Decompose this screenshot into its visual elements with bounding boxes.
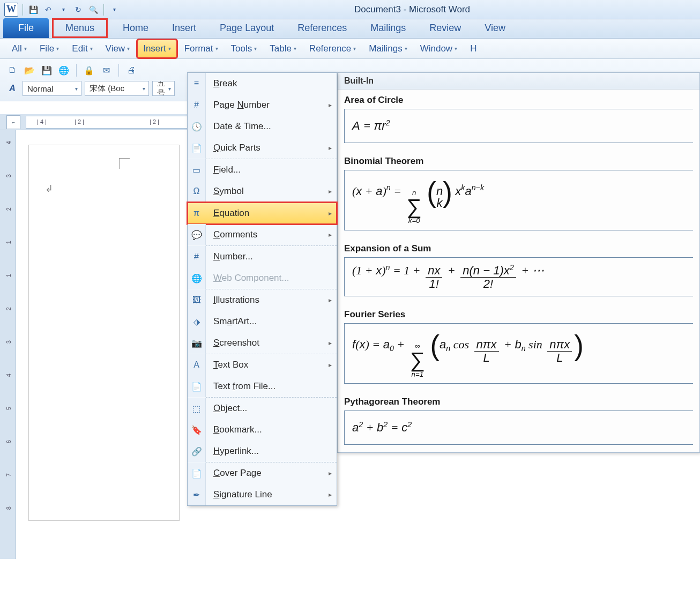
tab-references[interactable]: References <box>286 18 359 38</box>
menu-item-bookmark[interactable]: 🔖Bookmark... <box>188 419 337 441</box>
vruler-mark: 1 <box>5 274 12 277</box>
signature-line-icon: ✒ <box>188 484 206 505</box>
menu-window[interactable]: Window▾ <box>415 40 463 57</box>
equation-gallery-item[interactable]: Binomial Theorem(x + a)n = n∑k=0 (nk) xk… <box>338 151 699 238</box>
menu-table[interactable]: Table▾ <box>264 40 302 57</box>
submenu-arrow-icon: ▸ <box>324 296 337 304</box>
open-icon[interactable]: 📂 <box>23 63 36 77</box>
equation-title: Pythagorean Theorem <box>344 394 693 411</box>
vruler-mark: 8 <box>5 506 12 510</box>
menu-insert[interactable]: Insert▾ <box>137 40 177 58</box>
equation-icon: π <box>188 203 206 224</box>
print-icon[interactable]: 🖨 <box>124 63 138 77</box>
menu-help-cutoff[interactable]: H <box>465 40 482 57</box>
equation-preview-box: a2 + b2 = c2 <box>344 411 693 445</box>
menu-item-label: Cover Page <box>206 468 324 479</box>
equation-formula: f(x) = a0 + ∞∑n=1 (an cos nπxL + bn sin … <box>352 329 584 378</box>
menu-item-symbol[interactable]: ΩSymbol▸ <box>188 181 337 202</box>
menu-item-label: Signature Line <box>206 489 324 500</box>
tab-page-layout[interactable]: Page Layout <box>208 18 286 38</box>
text-from-file-icon: 📄 <box>188 376 206 397</box>
customize-qat-icon[interactable]: ▾ <box>108 4 120 16</box>
menu-view[interactable]: View▾ <box>100 40 136 57</box>
tab-review[interactable]: Review <box>418 18 473 38</box>
menu-item-field[interactable]: ▭Field... <box>188 159 337 181</box>
menu-item-equation[interactable]: πEquation▸ <box>188 203 337 224</box>
menu-item-smartart[interactable]: ⬗SmartArt... <box>188 311 337 332</box>
menu-item-page-number[interactable]: #Page Number▸ <box>188 94 337 116</box>
tab-view[interactable]: View <box>473 18 517 38</box>
permission-icon[interactable]: 🔒 <box>82 63 96 77</box>
submenu-arrow-icon: ▸ <box>324 144 337 152</box>
vertical-ruler[interactable]: 432112345678 <box>0 130 16 559</box>
menu-format[interactable]: Format▾ <box>179 40 224 57</box>
save-icon[interactable]: 💾 <box>27 4 39 16</box>
menu-item-text-box[interactable]: AText Box▸ <box>188 354 337 376</box>
font-color-icon[interactable]: A <box>5 81 19 95</box>
vruler-mark: 2 <box>5 207 12 211</box>
submenu-arrow-icon: ▸ <box>324 491 337 498</box>
equation-title: Expansion of a Sum <box>344 241 693 257</box>
font-select[interactable]: 宋体 (Boc <box>85 81 149 96</box>
menu-item-date-time[interactable]: 🕓Date & Time... <box>188 116 337 137</box>
font-size-select[interactable]: 五号 <box>152 81 175 96</box>
undo-dropdown-icon[interactable]: ▾ <box>57 4 69 16</box>
menu-item-label: Quick Parts <box>206 143 324 153</box>
bookmark-icon: 🔖 <box>188 419 206 441</box>
menu-item-illustrations[interactable]: 🖼Illustrations▸ <box>188 289 337 311</box>
paragraph-mark-icon: ↲ <box>45 183 53 195</box>
menu-item-number[interactable]: #Number... <box>188 246 337 267</box>
submenu-arrow-icon: ▸ <box>324 361 337 369</box>
menu-edit[interactable]: Edit▾ <box>66 40 98 57</box>
menu-item-label: Symbol <box>206 186 324 197</box>
equation-gallery-item[interactable]: Expansion of a Sum(1 + x)n = 1 + nx1! + … <box>338 238 699 304</box>
save-as-web-icon[interactable]: 🌐 <box>57 63 71 77</box>
menu-item-cover-page[interactable]: 📄Cover Page▸ <box>188 462 337 484</box>
menu-item-label: Comments <box>206 229 324 240</box>
submenu-arrow-icon: ▸ <box>324 210 337 217</box>
menu-item-quick-parts[interactable]: 📄Quick Parts▸ <box>188 137 337 159</box>
tab-menus[interactable]: Menus <box>52 18 108 38</box>
quick-parts-icon: 📄 <box>188 137 206 159</box>
menu-item-label: Hyperlink... <box>206 446 337 457</box>
tab-insert[interactable]: Insert <box>160 18 208 38</box>
new-icon[interactable]: 🗋 <box>5 63 19 77</box>
menu-item-signature-line[interactable]: ✒Signature Line▸ <box>188 484 337 505</box>
menu-item-label: Number... <box>206 251 337 262</box>
submenu-arrow-icon: ▸ <box>324 188 337 195</box>
menu-item-label: SmartArt... <box>206 316 337 327</box>
undo-icon[interactable]: ↶ <box>42 4 54 16</box>
tab-file[interactable]: File <box>3 18 49 38</box>
tab-selector-icon[interactable]: ⌐ <box>6 115 20 129</box>
equation-gallery-item[interactable]: Pythagorean Theorema2 + b2 = c2 <box>338 391 699 452</box>
insert-dropdown-menu: ≡Break#Page Number▸🕓Date & Time...📄Quick… <box>187 72 337 506</box>
menu-item-hyperlink[interactable]: 🔗Hyperlink... <box>188 441 337 462</box>
menu-item-label: Web Component... <box>206 273 337 283</box>
style-select[interactable]: Normal <box>23 81 81 96</box>
vruler-mark: 2 <box>5 307 12 310</box>
email-icon[interactable]: ✉ <box>99 63 113 77</box>
break-icon: ≡ <box>188 73 206 94</box>
menu-item-object[interactable]: ⬚Object... <box>188 398 337 419</box>
number-icon: # <box>188 246 206 267</box>
redo-icon[interactable]: ↻ <box>72 4 84 16</box>
menu-file[interactable]: File▾ <box>34 40 64 57</box>
menu-item-break[interactable]: ≡Break <box>188 73 337 94</box>
tab-home[interactable]: Home <box>111 18 160 38</box>
menu-mailings[interactable]: Mailings▾ <box>363 40 412 57</box>
menu-tools[interactable]: Tools▾ <box>226 40 263 57</box>
vruler-mark: 5 <box>5 407 12 410</box>
tab-mailings[interactable]: Mailings <box>359 18 418 38</box>
menu-item-comments[interactable]: 💬Comments▸ <box>188 224 337 245</box>
equation-gallery-item[interactable]: Area of CircleA = πr2 <box>338 89 699 151</box>
print-preview-icon[interactable]: 🔍 <box>87 4 99 16</box>
save-tb-icon[interactable]: 💾 <box>40 63 54 77</box>
menu-all[interactable]: All▾ <box>6 40 32 57</box>
page-margin-corner-icon <box>119 158 130 169</box>
document-page[interactable]: ↲ <box>29 145 179 520</box>
menu-item-screenshot[interactable]: 📷Screenshot▸ <box>188 332 337 354</box>
menu-reference[interactable]: Reference▾ <box>304 40 361 57</box>
menu-item-text-from-file[interactable]: 📄Text from File... <box>188 376 337 397</box>
equation-gallery-item[interactable]: Fourier Seriesf(x) = a0 + ∞∑n=1 (an cos … <box>338 304 699 391</box>
menu-item-label: Illustrations <box>206 295 324 305</box>
